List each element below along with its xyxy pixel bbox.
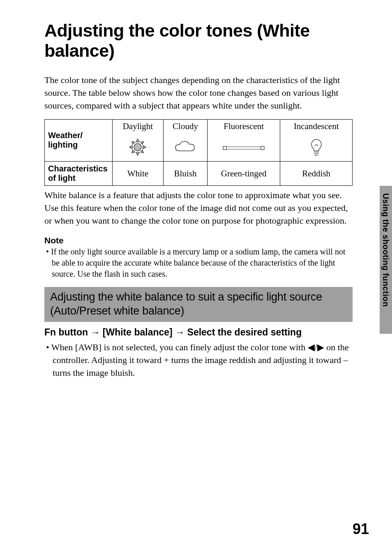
right-arrow-icon: ▶ <box>317 342 324 352</box>
manual-page: Using the shooting function Adjusting th… <box>0 0 392 555</box>
arrow-right-icon: → <box>175 327 184 338</box>
section-subheading: Adjusting the white balance to suit a sp… <box>44 287 353 322</box>
wb-table: Weather/ lighting Daylight Cloudy Fluore… <box>44 119 353 186</box>
char-incandescent: Reddish <box>280 162 353 186</box>
instruction-list: • When [AWB] is not selected, you can fi… <box>44 341 353 379</box>
intro-paragraph: The color tone of the subject changes de… <box>44 74 353 112</box>
col-header-cloudy: Cloudy <box>163 120 207 134</box>
fn-part-b: [White balance] <box>103 327 175 338</box>
cloud-icon <box>173 140 198 154</box>
icon-cell-cloudy <box>163 133 207 162</box>
page-number: 91 <box>353 520 369 538</box>
row-header-weather: Weather/ lighting <box>45 120 113 162</box>
left-arrow-icon: ◀ <box>308 342 315 352</box>
fn-part-c: Select the desired setting <box>187 327 302 338</box>
col-header-incandescent: Incandescent <box>280 120 353 134</box>
svg-rect-1 <box>223 146 226 150</box>
section-label: Using the shooting function <box>381 193 390 307</box>
char-fluorescent: Green-tinged <box>208 162 280 186</box>
icon-cell-fluorescent <box>208 133 280 162</box>
row-header-characteristics: Characteristics of light <box>45 162 113 186</box>
note-heading: Note <box>44 236 353 245</box>
arrow-right-icon: → <box>90 327 100 338</box>
note-list: • If the only light source available is … <box>44 246 353 280</box>
svg-rect-2 <box>261 146 264 150</box>
icon-cell-incandescent <box>280 133 353 162</box>
wb-explain-paragraph: White balance is a feature that adjusts … <box>44 189 353 227</box>
char-daylight: White <box>113 162 164 186</box>
icon-cell-daylight <box>113 133 164 162</box>
page-title: Adjusting the color tones (White balance… <box>44 21 353 61</box>
char-cloudy: Bluish <box>163 162 207 186</box>
bulb-icon <box>309 138 324 157</box>
svg-point-0 <box>134 143 141 151</box>
instr-text-a: • When [AWB] is not selected, you can fi… <box>46 342 308 352</box>
fluorescent-tube-icon <box>222 145 265 151</box>
instruction-item: • When [AWB] is not selected, you can fi… <box>44 341 353 379</box>
note-item: • If the only light source available is … <box>44 246 353 280</box>
fn-instruction: Fn button → [White balance] → Select the… <box>44 327 353 338</box>
col-header-daylight: Daylight <box>113 120 164 134</box>
sun-with-arrows-icon <box>126 136 150 158</box>
fn-part-a: Fn button <box>44 327 90 338</box>
col-header-fluorescent: Fluorescent <box>208 120 280 134</box>
page-content: Adjusting the color tones (White balance… <box>44 21 353 379</box>
